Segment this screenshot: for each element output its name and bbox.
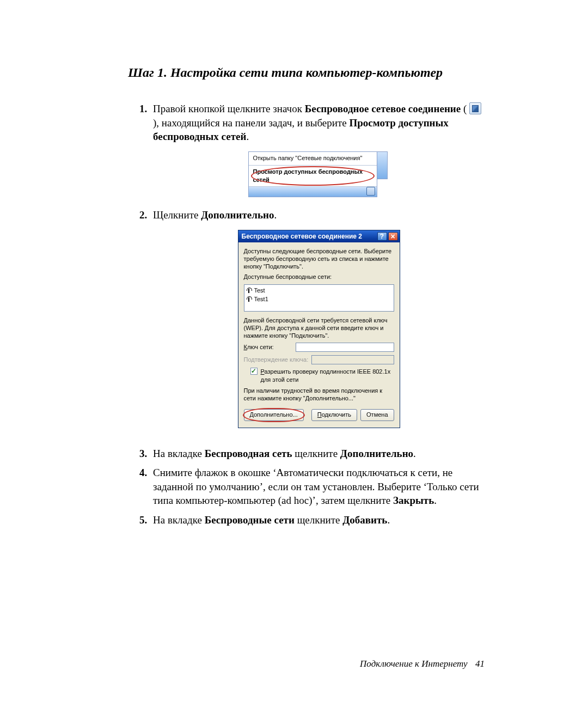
antenna-icon — [247, 288, 251, 293]
dialog-titlebar: Беспроводное сетевое соединение 2 — [238, 230, 400, 242]
step-3-text-a: На вкладке — [153, 448, 205, 459]
ctx-view-networks[interactable]: Просмотр доступных беспроводных сетей — [249, 166, 377, 187]
advanced-button[interactable]: Дополнительно... — [244, 409, 304, 421]
connect-button-label: одключить — [322, 411, 351, 419]
advanced-button-label: ополнительно... — [254, 411, 298, 419]
step-1: Правой кнопкой щелкните значок Беспровод… — [150, 102, 485, 197]
networks-label: Доступные беспроводные сети: — [244, 273, 394, 281]
step-heading: Шаг 1. Настройка сети типа компьютер-ком… — [128, 65, 485, 80]
cancel-button-label: Отмена — [366, 411, 388, 419]
step-3-text-b: щелкните — [292, 448, 340, 459]
step-2-text-a: Щелкните — [153, 209, 201, 221]
close-icon[interactable] — [388, 232, 398, 241]
wireless-dialog-screenshot: Беспроводное сетевое соединение 2 Доступ… — [238, 230, 400, 428]
confirm-key-row: Подтверждение ключа: — [244, 355, 394, 364]
step-5: На вкладке Беспроводные сети щелкните До… — [150, 513, 485, 527]
ctx-view-networks-label: Просмотр доступных беспроводных сетей — [253, 168, 363, 183]
dialog-body: Доступны следующие беспроводные сети. Вы… — [238, 242, 400, 427]
step-3: На вкладке Беспроводная сеть щелкните До… — [150, 447, 485, 461]
step-5-text-a: На вкладке — [153, 514, 205, 526]
cancel-button[interactable]: Отмена — [360, 409, 394, 421]
step-5-text-c: . — [387, 514, 390, 526]
step-1-text-c: ), находящийся на панели задач, и выбери… — [153, 117, 349, 129]
ieee-checkbox[interactable] — [250, 368, 258, 375]
step-4-text-b: . — [434, 495, 437, 506]
confirm-key-input — [311, 355, 394, 364]
context-menu: Открыть папку "Сетевые подключения" Прос… — [248, 151, 377, 198]
dialog-intro: Доступны следующие беспроводные сети. Вы… — [244, 248, 394, 270]
dialog-title-text: Беспроводное сетевое соединение 2 — [242, 232, 376, 241]
manual-page: Шаг 1. Настройка сети типа компьютер-ком… — [0, 0, 588, 713]
page-number: 41 — [475, 659, 485, 669]
taskbar-grip-icon — [366, 187, 375, 196]
network-item[interactable]: Test1 — [247, 295, 391, 303]
step-1-text-b: ( — [461, 103, 469, 114]
bold-advanced-2: Дополнительно — [340, 448, 413, 459]
step-3-text-c: . — [413, 448, 416, 459]
key-field-row: Ключ сети: — [244, 343, 394, 352]
step-2-text-b: . — [274, 209, 277, 221]
taskbar-edge — [377, 151, 388, 179]
network-name: Test1 — [254, 295, 268, 303]
connect-button-ul: П — [317, 411, 322, 419]
bold-tab-wireless-nets: Беспроводные сети — [205, 514, 295, 526]
step-4: Снимите флажок в окошке ‘Автоматически п… — [150, 466, 485, 508]
ctx-open-folder[interactable]: Открыть папку "Сетевые подключения" — [249, 152, 377, 166]
networks-listbox[interactable]: Test Test1 — [244, 284, 394, 312]
bold-add: Добавить — [342, 514, 387, 526]
antenna-icon — [247, 296, 251, 302]
step-5-text-b: щелкните — [295, 514, 342, 526]
step-2: Щелкните Дополнительно. Беспроводное сет… — [150, 208, 485, 428]
taskbar-strip — [249, 187, 377, 197]
confirm-key-label: Подтверждение ключа: — [244, 356, 309, 364]
page-footer: Подключение к Интернету 41 — [0, 659, 485, 669]
troubles-note: При наличии трудностей во время подключе… — [244, 387, 394, 403]
context-menu-screenshot: Открыть папку "Сетевые подключения" Прос… — [248, 151, 390, 198]
footer-section: Подключение к Интернету — [360, 659, 467, 669]
ieee-checkbox-row: Разрешить проверку подлинности IEEE 802.… — [250, 368, 394, 384]
step-1-text-d: . — [246, 131, 249, 142]
bold-tab-wireless: Беспроводная сеть — [205, 448, 292, 459]
key-label: Ключ сети: — [244, 343, 274, 351]
dialog-button-row: Дополнительно... Подключить Отмена — [244, 409, 394, 421]
wireless-tray-icon — [469, 102, 481, 114]
ctx-open-folder-label: Открыть папку "Сетевые подключения" — [253, 155, 363, 161]
wep-note: Данной беспроводной сети требуется сетев… — [244, 317, 394, 339]
bold-wireless-conn: Беспроводное сетевое соединение — [305, 103, 461, 114]
instruction-list: Правой кнопкой щелкните значок Беспровод… — [128, 102, 485, 527]
advanced-button-ul: Д — [250, 411, 254, 419]
network-name: Test — [254, 287, 265, 295]
ieee-checkbox-label: Разрешить проверку подлинности IEEE 802.… — [261, 368, 394, 384]
network-item[interactable]: Test — [247, 286, 391, 295]
bold-close: Закрыть — [393, 495, 434, 506]
help-icon[interactable] — [377, 232, 387, 241]
step-1-text-a: Правой кнопкой щелкните значок — [153, 103, 305, 114]
bold-advanced: Дополнительно — [201, 209, 274, 221]
connect-button[interactable]: Подключить — [311, 409, 357, 421]
network-key-input[interactable] — [296, 343, 394, 352]
